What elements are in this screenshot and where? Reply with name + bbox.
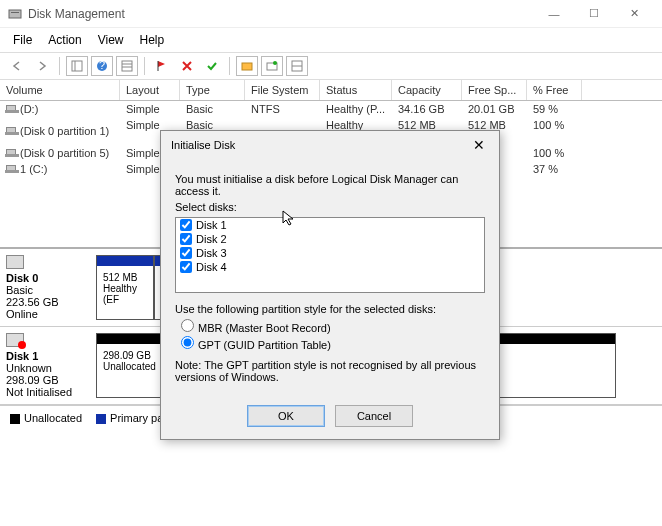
minimize-button[interactable]: — xyxy=(534,0,574,28)
col-type[interactable]: Type xyxy=(180,80,245,100)
select-disks-label: Select disks: xyxy=(175,201,485,213)
svg-rect-2 xyxy=(72,61,82,71)
disk-checkbox-item[interactable]: Disk 2 xyxy=(176,232,484,246)
col-pctfree[interactable]: % Free xyxy=(527,80,582,100)
col-freespace[interactable]: Free Sp... xyxy=(462,80,527,100)
cancel-button[interactable]: Cancel xyxy=(335,405,413,427)
disk-checkbox[interactable] xyxy=(180,261,192,273)
partition-style-label: Use the following partition style for th… xyxy=(175,303,485,315)
volume-icon xyxy=(6,105,16,113)
svg-text:?: ? xyxy=(99,60,105,71)
table-icon[interactable] xyxy=(116,56,138,76)
tree-icon[interactable] xyxy=(66,56,88,76)
attach-icon[interactable] xyxy=(261,56,283,76)
legend-unallocated: Unallocated xyxy=(24,412,82,424)
col-layout[interactable]: Layout xyxy=(120,80,180,100)
volume-icon xyxy=(6,165,16,173)
app-icon xyxy=(8,7,22,21)
help-icon[interactable]: ? xyxy=(91,56,113,76)
svg-rect-1 xyxy=(11,12,19,13)
disk-icon xyxy=(6,333,24,347)
props-icon[interactable] xyxy=(286,56,308,76)
dialog-close-icon[interactable]: ✕ xyxy=(469,137,489,153)
svg-point-12 xyxy=(273,61,277,65)
volume-list-header: Volume Layout Type File System Status Ca… xyxy=(0,80,662,101)
dialog-message: You must initialise a disk before Logica… xyxy=(175,173,485,197)
delete-icon[interactable] xyxy=(176,56,198,76)
col-capacity[interactable]: Capacity xyxy=(392,80,462,100)
maximize-button[interactable]: ☐ xyxy=(574,0,614,28)
ok-button[interactable]: OK xyxy=(247,405,325,427)
back-button[interactable] xyxy=(6,56,28,76)
volume-icon xyxy=(6,127,16,135)
menu-view[interactable]: View xyxy=(91,30,131,50)
col-status[interactable]: Status xyxy=(320,80,392,100)
disk-checkbox[interactable] xyxy=(180,219,192,231)
svg-rect-10 xyxy=(242,63,252,70)
gpt-note: Note: The GPT partition style is not rec… xyxy=(175,359,485,383)
flag-icon[interactable] xyxy=(151,56,173,76)
mbr-radio[interactable]: MBR (Master Boot Record) xyxy=(181,319,485,334)
disk-icon xyxy=(6,255,24,269)
disk-checkbox-item[interactable]: Disk 1 xyxy=(176,218,484,232)
menu-help[interactable]: Help xyxy=(133,30,172,50)
table-row[interactable]: (D:)SimpleBasicNTFSHealthy (P...34.16 GB… xyxy=(0,101,662,117)
new-vol-icon[interactable] xyxy=(236,56,258,76)
dialog-title: Initialise Disk xyxy=(171,139,469,151)
toolbar: ? xyxy=(0,53,662,80)
svg-rect-6 xyxy=(122,61,132,71)
disk-checkbox-item[interactable]: Disk 4 xyxy=(176,260,484,274)
menu-action[interactable]: Action xyxy=(41,30,88,50)
disk-checkbox[interactable] xyxy=(180,247,192,259)
svg-rect-0 xyxy=(9,10,21,18)
titlebar: Disk Management — ☐ ✕ xyxy=(0,0,662,28)
volume-icon xyxy=(6,149,16,157)
initialise-disk-dialog: Initialise Disk ✕ You must initialise a … xyxy=(160,130,500,440)
forward-button[interactable] xyxy=(31,56,53,76)
disk-checkbox[interactable] xyxy=(180,233,192,245)
window-title: Disk Management xyxy=(28,7,534,21)
check-icon[interactable] xyxy=(201,56,223,76)
close-button[interactable]: ✕ xyxy=(614,0,654,28)
col-fs[interactable]: File System xyxy=(245,80,320,100)
disk-checkbox-item[interactable]: Disk 3 xyxy=(176,246,484,260)
partition[interactable]: 512 MBHealthy (EF xyxy=(96,255,154,320)
col-volume[interactable]: Volume xyxy=(0,80,120,100)
menubar: File Action View Help xyxy=(0,28,662,53)
menu-file[interactable]: File xyxy=(6,30,39,50)
disk-select-list[interactable]: Disk 1Disk 2Disk 3Disk 4 xyxy=(175,217,485,293)
gpt-radio[interactable]: GPT (GUID Partition Table) xyxy=(181,336,485,351)
